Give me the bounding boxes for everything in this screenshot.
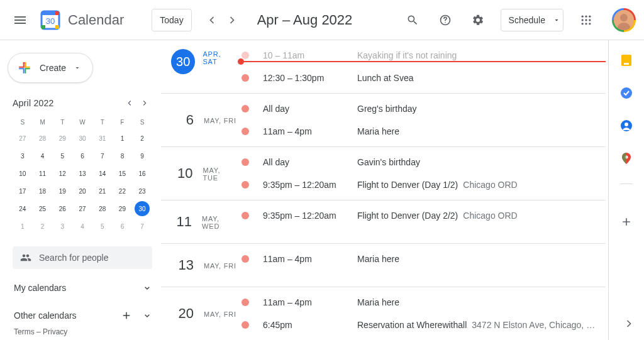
minical-day[interactable]: 11: [33, 166, 53, 181]
minical-day[interactable]: 27: [72, 201, 92, 216]
event-title: Maria here: [357, 254, 399, 264]
minical-day[interactable]: 20: [72, 184, 92, 199]
minical-day[interactable]: 30: [132, 201, 152, 216]
minical-day[interactable]: 19: [52, 184, 72, 199]
minical-day[interactable]: 7: [92, 148, 113, 163]
search-button[interactable]: [397, 5, 428, 35]
event-row[interactable]: 9:35pm – 12:20amFlight to Denver (Day 2/…: [236, 204, 606, 227]
other-calendars-toggle[interactable]: Other calendars: [0, 294, 161, 322]
minical-day[interactable]: 29: [113, 201, 133, 216]
keep-app-button[interactable]: [614, 48, 639, 73]
my-calendars-toggle[interactable]: My calendars: [0, 271, 161, 294]
hamburger-icon: [13, 13, 28, 28]
minical-day[interactable]: 3: [13, 148, 33, 163]
minical-dow: F: [113, 116, 133, 128]
tasks-app-button[interactable]: [614, 80, 639, 106]
get-addons-button[interactable]: [614, 209, 639, 234]
minical-day[interactable]: 5: [52, 148, 72, 163]
hide-panel-button[interactable]: [623, 317, 635, 332]
minical-day[interactable]: 28: [92, 201, 113, 216]
create-button[interactable]: Create: [8, 53, 93, 83]
minical-day[interactable]: 2: [33, 219, 53, 234]
svg-point-9: [585, 15, 587, 17]
minical-day[interactable]: 15: [113, 166, 133, 181]
event-time: 6:45pm: [263, 320, 357, 330]
minical-day[interactable]: 10: [13, 166, 33, 181]
event-row[interactable]: 9:35pm – 12:20amFlight to Denver (Day 1/…: [236, 173, 606, 196]
add-calendar-button[interactable]: [121, 309, 132, 322]
app-logo[interactable]: 30 Calendar: [38, 8, 124, 33]
day-header[interactable]: 13MAY, FRI: [161, 244, 236, 287]
minical-day[interactable]: 12: [52, 166, 72, 181]
minical-day[interactable]: 17: [13, 184, 33, 199]
minical-day[interactable]: 22: [113, 184, 133, 199]
main-menu-button[interactable]: [5, 5, 35, 35]
event-row[interactable]: 11am – 4pmMaria here: [236, 120, 606, 143]
minical-day[interactable]: 8: [113, 148, 133, 163]
event-row[interactable]: 6:45pmReservation at Wherewithall3472 N …: [236, 314, 606, 336]
day-block: 30APR, SAT10 – 11amKayaking if it's not …: [161, 40, 606, 94]
day-header[interactable]: 11MAY, WED: [161, 200, 236, 243]
day-header[interactable]: 30APR, SAT: [161, 40, 236, 93]
event-row[interactable]: 12:30 – 1:30pmLunch at Svea: [236, 67, 606, 89]
minical-day[interactable]: 5: [92, 219, 113, 234]
event-row[interactable]: All dayGreg's birthday: [236, 97, 606, 120]
prev-period-button[interactable]: [202, 10, 222, 30]
event-time: All day: [263, 104, 357, 114]
next-period-button[interactable]: [222, 10, 242, 30]
minical-day[interactable]: 3: [52, 219, 72, 234]
minical-next-button[interactable]: [137, 96, 152, 111]
mini-calendar: April 2022 SMTWTFS2728293031123456789101…: [0, 96, 161, 239]
minical-day[interactable]: 23: [132, 184, 152, 199]
today-button[interactable]: Today: [152, 9, 191, 31]
minical-day[interactable]: 14: [92, 166, 113, 181]
minical-dow: S: [13, 116, 33, 128]
minical-day[interactable]: 26: [52, 201, 72, 216]
minical-day[interactable]: 2: [132, 131, 152, 146]
search-icon: [406, 14, 419, 26]
settings-button[interactable]: [463, 5, 493, 35]
maps-app-button[interactable]: [614, 146, 639, 171]
minical-day[interactable]: 16: [132, 166, 152, 181]
minical-day[interactable]: 1: [113, 131, 133, 146]
minical-day[interactable]: 13: [72, 166, 92, 181]
account-avatar[interactable]: [614, 10, 634, 30]
minical-day[interactable]: 31: [92, 131, 113, 146]
day-number: 13: [171, 253, 196, 278]
minical-day[interactable]: 28: [33, 131, 53, 146]
day-weekday-label: MAY, FRI: [204, 261, 236, 270]
minical-day[interactable]: 21: [92, 184, 113, 199]
contacts-app-button[interactable]: [614, 113, 639, 138]
day-number: 10: [171, 161, 195, 186]
minical-month-label: April 2022: [13, 98, 54, 108]
minical-day[interactable]: 25: [33, 201, 53, 216]
minical-day[interactable]: 6: [72, 148, 92, 163]
google-apps-button[interactable]: [571, 5, 601, 35]
minical-prev-button[interactable]: [122, 96, 137, 111]
minical-day[interactable]: 1: [13, 219, 33, 234]
event-row[interactable]: 10 – 11amKayaking if it's not raining: [236, 44, 606, 67]
minical-day[interactable]: 4: [72, 219, 92, 234]
event-row[interactable]: All dayGavin's birthday: [236, 151, 606, 173]
day-weekday-label: MAY, TUE: [203, 165, 236, 182]
event-row[interactable]: 11am – 4pmMaria here: [236, 248, 606, 270]
minical-day[interactable]: 4: [33, 148, 53, 163]
minical-day[interactable]: 24: [13, 201, 33, 216]
minical-day[interactable]: 9: [132, 148, 152, 163]
minical-day[interactable]: 27: [13, 131, 33, 146]
support-button[interactable]: [430, 5, 460, 35]
minical-day[interactable]: 6: [113, 219, 133, 234]
minical-day[interactable]: 30: [72, 131, 92, 146]
contacts-icon: [620, 119, 633, 132]
minical-day[interactable]: 18: [33, 184, 53, 199]
day-header[interactable]: 20MAY, FRI: [161, 287, 236, 340]
search-people-input[interactable]: Search for people: [13, 246, 152, 269]
event-row[interactable]: 11am – 4pmMaria here: [236, 291, 606, 314]
minical-day[interactable]: 7: [132, 219, 152, 234]
terms-link[interactable]: Terms: [14, 327, 35, 336]
minical-day[interactable]: 29: [52, 131, 72, 146]
privacy-link[interactable]: Privacy: [43, 327, 67, 336]
day-header[interactable]: 6MAY, FRI: [161, 94, 236, 146]
view-switcher[interactable]: Schedule: [501, 9, 564, 31]
day-header[interactable]: 10MAY, TUE: [161, 147, 236, 200]
